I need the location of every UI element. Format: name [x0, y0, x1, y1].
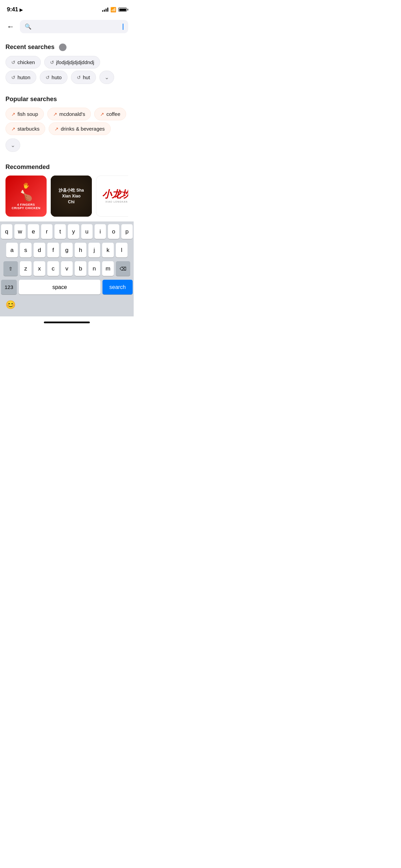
trending-icon: ↗ [11, 111, 15, 117]
numbers-key[interactable]: 123 [1, 280, 17, 294]
key-l[interactable]: l [116, 243, 127, 257]
keyboard-bottom: 😊 [1, 296, 133, 315]
history-icon: ↺ [50, 60, 54, 65]
recent-more-button[interactable]: ⌄ [99, 71, 114, 84]
history-icon: ↺ [11, 75, 15, 80]
emoji-button[interactable]: 😊 [3, 297, 18, 312]
key-f[interactable]: f [47, 243, 59, 257]
recent-tag-hut[interactable]: ↺ hut [71, 71, 96, 84]
recommended-section: Recommended 🖐 🍗 4 FINGERSCRISPY CHICKEN … [0, 157, 134, 221]
status-icons: 📶 [102, 7, 127, 12]
trending-icon: ↗ [100, 111, 104, 117]
home-bar [44, 322, 90, 323]
recent-tags-row-1: ↺ chicken ↺ jfodjdjdjdjdjddndj [5, 56, 128, 69]
trending-icon: ↗ [11, 126, 15, 132]
popular-tag-drinks[interactable]: ↗ drinks & beverages [49, 122, 110, 135]
cursor [123, 24, 123, 30]
popular-tag-starbucks[interactable]: ↗ starbucks [5, 122, 45, 135]
key-v[interactable]: v [61, 261, 73, 276]
history-icon: ↺ [46, 75, 50, 80]
recent-tag-jfod[interactable]: ↺ jfodjdjdjdjdjddndj [44, 56, 100, 69]
restaurant-name-xiaolongkan: 小龙坎 [102, 189, 128, 200]
shift-key[interactable]: ⇧ [3, 261, 18, 276]
popular-searches-title: Popular searches [5, 96, 128, 103]
key-c[interactable]: c [47, 261, 59, 276]
key-z[interactable]: z [20, 261, 32, 276]
key-d[interactable]: d [34, 243, 45, 257]
trending-icon: ↗ [53, 111, 57, 117]
clear-button[interactable] [59, 44, 66, 51]
key-n[interactable]: n [88, 261, 100, 276]
key-w[interactable]: w [14, 224, 26, 239]
recent-tags-row-2: ↺ huton ↺ huto ↺ hut ⌄ [5, 71, 128, 84]
history-icon: ↺ [77, 75, 81, 80]
popular-tags-row-2: ↗ starbucks ↗ drinks & beverages ⌄ [5, 122, 128, 152]
search-bar[interactable]: 🔍 [20, 20, 128, 33]
keyboard: q w e r t y u i o p a s d f g h j k l ⇧ … [0, 221, 134, 316]
wifi-icon: 📶 [110, 7, 116, 12]
key-b[interactable]: b [75, 261, 86, 276]
restaurant-name-4fingers: 4 FINGERSCRISPY CHICKEN [12, 203, 40, 210]
keyboard-row-2: a s d f g h j k l [1, 243, 133, 257]
popular-tag-coffee[interactable]: ↗ coffee [94, 108, 126, 120]
status-bar: 9:41 ▶ 📶 [0, 0, 134, 17]
popular-tags-row-1: ↗ fish soup ↗ mcdonald's ↗ coffee [5, 108, 128, 120]
key-x[interactable]: x [34, 261, 45, 276]
key-k[interactable]: k [102, 243, 114, 257]
key-s[interactable]: s [20, 243, 32, 257]
key-y[interactable]: y [68, 224, 79, 239]
restaurant-card-shaxian[interactable]: 沙县小吃 ShaXian XiaoChi [51, 176, 92, 217]
popular-more-button[interactable]: ⌄ [5, 138, 20, 152]
keyboard-row-1: q w e r t y u i o p [1, 224, 133, 239]
history-icon: ↺ [11, 60, 15, 65]
hand-icon: 🖐 [23, 182, 29, 189]
key-j[interactable]: j [88, 243, 100, 257]
key-m[interactable]: m [102, 261, 114, 276]
search-key[interactable]: search [102, 280, 133, 294]
restaurant-card-xiaolongkan[interactable]: 小龙坎 XIAO LONGKAN [96, 176, 128, 217]
home-indicator [0, 316, 134, 328]
delete-key[interactable]: ⌫ [116, 261, 130, 276]
recent-searches-section: Recent searches ↺ chicken ↺ jfodjdjdjdjd… [0, 37, 134, 89]
status-time: 9:41 [7, 6, 18, 13]
keyboard-row-4: 123 space search [1, 280, 133, 294]
keyboard-row-3: ⇧ z x c v b n m ⌫ [1, 261, 133, 276]
popular-tag-fish-soup[interactable]: ↗ fish soup [5, 108, 44, 120]
restaurant-cards: 🖐 🍗 4 FINGERSCRISPY CHICKEN 沙县小吃 ShaXian… [5, 176, 128, 217]
header: ← 🔍 [0, 17, 134, 37]
key-p[interactable]: p [121, 224, 133, 239]
popular-tag-mcdonalds[interactable]: ↗ mcdonald's [47, 108, 91, 120]
search-icon: 🔍 [25, 23, 32, 30]
key-a[interactable]: a [6, 243, 18, 257]
recommended-title: Recommended [5, 164, 128, 171]
trending-icon: ↗ [54, 126, 59, 132]
recent-tag-huton[interactable]: ↺ huton [5, 71, 36, 84]
recent-searches-title: Recent searches [5, 44, 128, 51]
key-q[interactable]: q [1, 224, 12, 239]
key-o[interactable]: o [108, 224, 119, 239]
key-r[interactable]: r [41, 224, 52, 239]
key-e[interactable]: e [28, 224, 39, 239]
location-icon: ▶ [20, 7, 23, 12]
back-button[interactable]: ← [5, 21, 16, 33]
signal-icon [102, 8, 108, 12]
key-g[interactable]: g [61, 243, 73, 257]
battery-icon [118, 8, 127, 12]
recent-tag-chicken[interactable]: ↺ chicken [5, 56, 41, 69]
popular-searches-section: Popular searches ↗ fish soup ↗ mcdonald'… [0, 89, 134, 157]
key-u[interactable]: u [81, 224, 93, 239]
key-i[interactable]: i [95, 224, 106, 239]
recent-tag-huto[interactable]: ↺ huto [40, 71, 68, 84]
space-key[interactable]: space [19, 280, 100, 294]
restaurant-card-4fingers[interactable]: 🖐 🍗 4 FINGERSCRISPY CHICKEN [5, 176, 47, 217]
restaurant-name-shaxian: 沙县小吃 ShaXian XiaoChi [57, 185, 86, 207]
search-input[interactable] [34, 24, 120, 30]
key-h[interactable]: h [75, 243, 86, 257]
key-t[interactable]: t [54, 224, 66, 239]
